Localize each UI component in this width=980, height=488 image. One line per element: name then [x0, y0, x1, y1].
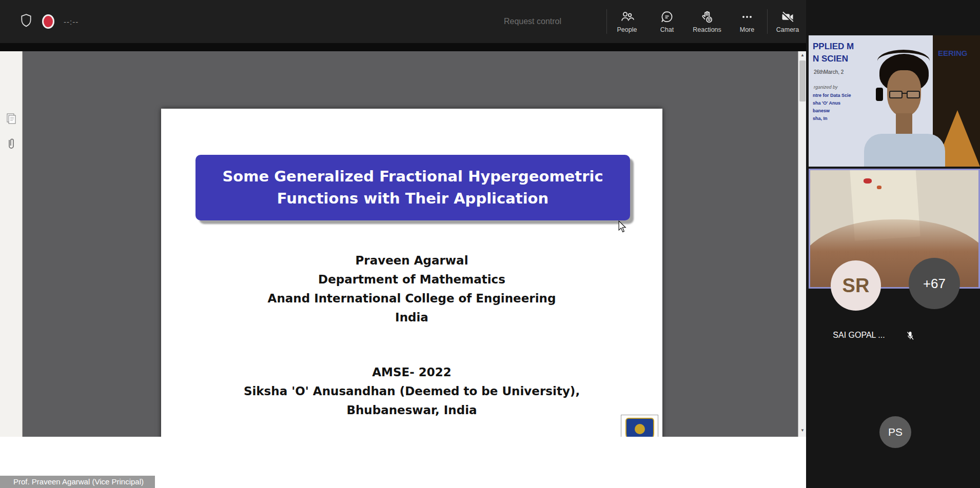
- avatar-initials-ps: PS: [888, 426, 903, 438]
- event-university: Siksha 'O' Anusandhan (Deemed to be Univ…: [161, 382, 662, 401]
- scroll-up-icon[interactable]: ▲: [798, 51, 807, 59]
- camera-off-icon: [780, 10, 795, 24]
- banner-line-9: sha, In: [813, 116, 828, 121]
- video-tile-presenter[interactable]: PPLIED M N SCIEN EERING 26thMarch, 2 rga…: [809, 35, 980, 167]
- slide-event-block: AMSE- 2022 Siksha 'O' Anusandhan (Deemed…: [161, 363, 662, 420]
- people-label: People: [617, 26, 637, 33]
- glasses-bridge: [903, 93, 907, 94]
- banner-line-4: 26thMarch, 2: [814, 69, 844, 75]
- participants-sidebar: PPLIED M N SCIEN EERING 26thMarch, 2 rga…: [806, 0, 980, 488]
- avatar-initials: SR: [842, 275, 870, 297]
- participant-avatar-ps[interactable]: PS: [879, 416, 911, 448]
- logo-emblem-icon: [635, 424, 645, 434]
- participant-avatar-sr[interactable]: SR: [831, 260, 881, 311]
- banner-line-5: rganized by: [814, 85, 838, 90]
- participant-name-label: SAI GOPAL ...: [815, 331, 903, 340]
- headset-band-icon: [877, 50, 930, 72]
- participant-overflow-badge[interactable]: +67: [909, 258, 960, 309]
- event-city: Bhubaneswar, India: [161, 401, 662, 420]
- navigation-rail: [0, 51, 23, 437]
- reactions-hand-icon: [700, 10, 714, 24]
- slide-author-block: Praveen Agarwal Department of Mathematic…: [161, 251, 662, 327]
- camera-button[interactable]: Camera: [768, 10, 808, 33]
- presenter-person-shirt: [864, 134, 945, 167]
- banner-line-1: PPLIED M: [813, 42, 854, 52]
- reactions-button[interactable]: Reactions: [687, 10, 727, 33]
- banner-line-8: banesw: [813, 108, 830, 113]
- more-dots-icon: [740, 10, 754, 24]
- overflow-count: +67: [923, 276, 946, 292]
- meeting-timer: --:--: [64, 17, 79, 26]
- banner-line-7: sha 'O' Anus: [813, 100, 840, 106]
- banner-line-2: N SCIEN: [813, 54, 848, 64]
- glasses-left-lens: [889, 91, 903, 98]
- banner-line-3: EERING: [938, 49, 968, 57]
- people-icon: [620, 10, 634, 24]
- card-red-mark: [864, 178, 872, 184]
- mouse-cursor-icon: [618, 220, 627, 235]
- logo-text: ANAND: [631, 436, 648, 437]
- slide-title-line1: Some Generalized Fractional Hypergeometr…: [222, 166, 603, 188]
- recording-indicator-icon: [42, 14, 54, 29]
- vertical-scrollbar[interactable]: ▲ ▼: [798, 51, 806, 437]
- chat-icon: [660, 10, 674, 24]
- presenter-name-overlay: Prof. Praveen Agarwal (Vice Principal): [0, 476, 155, 488]
- document-area[interactable]: Some Generalized Fractional Hypergeometr…: [23, 51, 798, 437]
- page-thumbnails-icon[interactable]: [6, 113, 17, 125]
- headset-earcup-icon: [876, 88, 883, 101]
- author-dept: Department of Mathematics: [161, 270, 662, 289]
- more-label: More: [740, 26, 754, 33]
- college-logo: ANAND: [621, 415, 658, 437]
- chat-label: Chat: [660, 26, 674, 33]
- slide-title-line2: Functions with Their Application: [277, 188, 548, 210]
- author-country: India: [161, 308, 662, 327]
- author-college: Anand International College of Engineeri…: [161, 289, 662, 308]
- logo-shield-icon: ANAND: [625, 418, 654, 437]
- participant-mic-muted-icon: [905, 330, 916, 344]
- camera-label: Camera: [776, 26, 799, 33]
- slide-title-box: Some Generalized Fractional Hypergeometr…: [195, 155, 630, 220]
- meeting-status-group: --:--: [0, 13, 79, 30]
- scroll-down-icon[interactable]: ▼: [798, 426, 807, 435]
- reactions-label: Reactions: [693, 26, 721, 33]
- slide-page: Some Generalized Fractional Hypergeometr…: [161, 109, 662, 437]
- glasses-right-lens: [907, 91, 920, 98]
- banner-line-6: ntre for Data Scie: [813, 93, 851, 98]
- request-control-button[interactable]: Request control: [504, 17, 561, 26]
- shield-icon: [19, 13, 33, 30]
- event-name: AMSE- 2022: [161, 363, 662, 382]
- chat-button[interactable]: Chat: [647, 10, 687, 33]
- scrollbar-thumb[interactable]: [799, 60, 806, 101]
- card-orange-mark: [877, 186, 881, 189]
- attachments-paperclip-icon[interactable]: [6, 137, 17, 150]
- author-name: Praveen Agarwal: [161, 251, 662, 270]
- people-button[interactable]: People: [607, 10, 647, 33]
- more-button[interactable]: More: [727, 10, 767, 33]
